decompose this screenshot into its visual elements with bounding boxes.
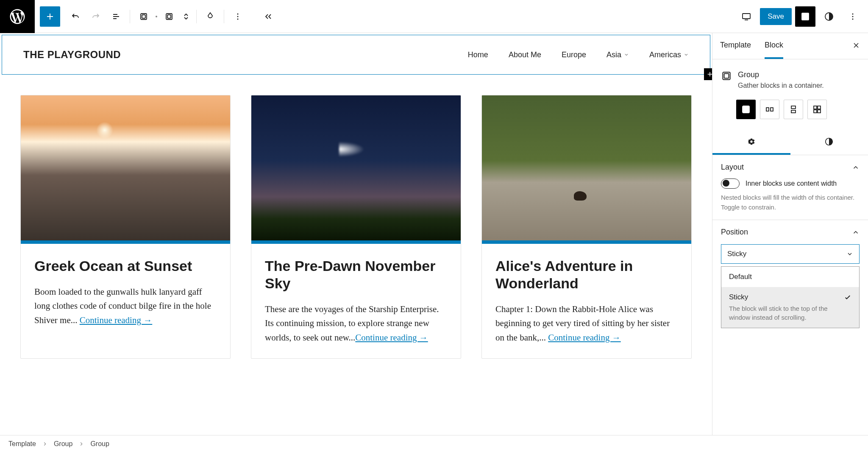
variation-row[interactable]	[760, 100, 779, 119]
svg-rect-25	[818, 110, 821, 113]
editor-canvas[interactable]: THE PLAYGROUND HomeAbout MeEuropeAsiaAme…	[0, 33, 712, 435]
close-sidebar-button[interactable]	[852, 41, 860, 51]
add-block-button[interactable]	[40, 6, 60, 27]
chevron-up-icon	[852, 164, 860, 171]
subtab-settings[interactable]	[712, 130, 790, 155]
styles-toggle[interactable]	[819, 6, 839, 27]
breadcrumb-item[interactable]: Group	[90, 440, 109, 448]
site-header-block[interactable]: THE PLAYGROUND HomeAbout MeEuropeAsiaAme…	[2, 35, 710, 75]
top-toolbar: Save	[0, 0, 868, 33]
collapse-toolbar-button[interactable]	[258, 6, 278, 27]
svg-rect-20	[791, 106, 796, 109]
continue-reading-link[interactable]: Continue reading →	[355, 332, 428, 343]
post-excerpt: Boom loaded to the gunwalls hulk lanyard…	[34, 285, 217, 328]
position-select[interactable]: Sticky	[721, 244, 860, 264]
settings-panel-toggle[interactable]	[795, 6, 815, 27]
layout-section: Layout Inner blocks use content width Ne…	[712, 155, 868, 220]
svg-rect-21	[791, 110, 796, 113]
sidebar-tabs: Template Block	[712, 33, 868, 59]
layout-heading[interactable]: Layout	[721, 163, 860, 172]
svg-rect-23	[818, 106, 821, 109]
svg-rect-7	[743, 14, 750, 19]
post-image	[251, 95, 461, 240]
parent-block-icon[interactable]	[159, 6, 179, 27]
svg-rect-3	[167, 15, 171, 18]
subtab-styles[interactable]	[790, 130, 868, 155]
svg-point-6	[237, 18, 239, 20]
svg-point-13	[852, 18, 854, 20]
chevron-down-icon	[684, 52, 689, 57]
tab-block[interactable]: Block	[765, 33, 783, 59]
position-option[interactable]: StickyThe block will stick to the top of…	[721, 287, 859, 328]
svg-rect-22	[814, 106, 817, 109]
site-title[interactable]: THE PLAYGROUND	[23, 49, 121, 61]
undo-button[interactable]	[65, 6, 86, 27]
tab-template[interactable]: Template	[720, 33, 751, 59]
variation-grid[interactable]	[807, 100, 827, 119]
svg-rect-15	[724, 74, 729, 78]
main-more-options-button[interactable]	[843, 6, 863, 27]
variation-group[interactable]	[736, 100, 756, 119]
nav-item[interactable]: Europe	[562, 50, 586, 59]
position-heading[interactable]: Position	[721, 228, 860, 237]
add-block-inline-button[interactable]	[704, 68, 712, 80]
settings-sidebar: Template Block Group Gather blocks in a …	[712, 33, 868, 435]
post-title: Alice's Adventure in Wonderland	[495, 257, 678, 292]
save-button[interactable]: Save	[760, 8, 792, 25]
post-title: Greek Ocean at Sunset	[34, 257, 217, 275]
post-card[interactable]: Alice's Adventure in WonderlandChapter 1…	[481, 95, 692, 359]
breadcrumb-item[interactable]: Group	[54, 440, 72, 448]
layout-help-text: Nested blocks will fill the width of thi…	[721, 193, 860, 212]
position-option[interactable]: Default	[721, 267, 859, 287]
breadcrumb: Template Group Group	[0, 435, 868, 452]
group-block-icon	[721, 70, 732, 81]
chevron-right-icon	[78, 441, 84, 447]
color-tool-icon[interactable]	[200, 6, 220, 27]
svg-rect-19	[771, 108, 773, 111]
post-card[interactable]: The Pre-Dawn November SkyThese are the v…	[251, 95, 461, 359]
svg-rect-8	[802, 13, 809, 20]
nav-item[interactable]: Home	[468, 50, 488, 59]
redo-button[interactable]	[86, 6, 106, 27]
nav-item[interactable]: Asia	[606, 50, 629, 59]
nav-item[interactable]: About Me	[509, 50, 541, 59]
chevron-down-icon	[846, 251, 853, 257]
variation-stack[interactable]	[784, 100, 803, 119]
position-section: Position Sticky DefaultStickyThe block w…	[712, 220, 868, 336]
breadcrumb-item[interactable]: Template	[8, 440, 36, 448]
posts-grid: Greek Ocean at SunsetBoom loaded to the …	[0, 75, 712, 359]
svg-point-4	[237, 13, 239, 14]
svg-point-5	[237, 16, 239, 17]
check-icon	[844, 293, 851, 301]
block-variations	[721, 93, 860, 123]
svg-point-12	[852, 16, 854, 17]
post-title: The Pre-Dawn November Sky	[265, 257, 447, 292]
svg-rect-17	[744, 107, 748, 112]
toggle-label: Inner blocks use content width	[746, 180, 837, 187]
chevron-right-icon	[42, 441, 48, 447]
more-options-button[interactable]	[228, 6, 248, 27]
document-overview-button[interactable]	[106, 6, 126, 27]
post-card[interactable]: Greek Ocean at SunsetBoom loaded to the …	[20, 95, 231, 359]
svg-point-11	[852, 13, 854, 14]
svg-rect-24	[814, 110, 817, 113]
view-button[interactable]	[736, 6, 757, 27]
move-up-down-button[interactable]	[179, 6, 193, 27]
site-navigation[interactable]: HomeAbout MeEuropeAsiaAmericas	[468, 50, 689, 59]
post-image	[482, 95, 691, 240]
chevron-up-icon	[852, 229, 860, 236]
wordpress-logo-icon[interactable]	[0, 0, 35, 33]
block-meta: Group Gather blocks in a container.	[721, 67, 860, 93]
group-icon[interactable]	[134, 6, 154, 27]
continue-reading-link[interactable]: Continue reading →	[80, 315, 152, 325]
nav-item[interactable]: Americas	[649, 50, 689, 59]
inspector-subtabs	[712, 130, 868, 155]
block-name: Group	[738, 70, 824, 79]
svg-rect-18	[766, 108, 769, 111]
position-dropdown: DefaultStickyThe block will stick to the…	[721, 266, 860, 328]
post-image	[21, 95, 230, 240]
continue-reading-link[interactable]: Continue reading →	[548, 332, 620, 343]
chevron-down-icon	[624, 52, 629, 57]
svg-rect-1	[142, 15, 145, 18]
content-width-toggle[interactable]	[721, 179, 740, 189]
